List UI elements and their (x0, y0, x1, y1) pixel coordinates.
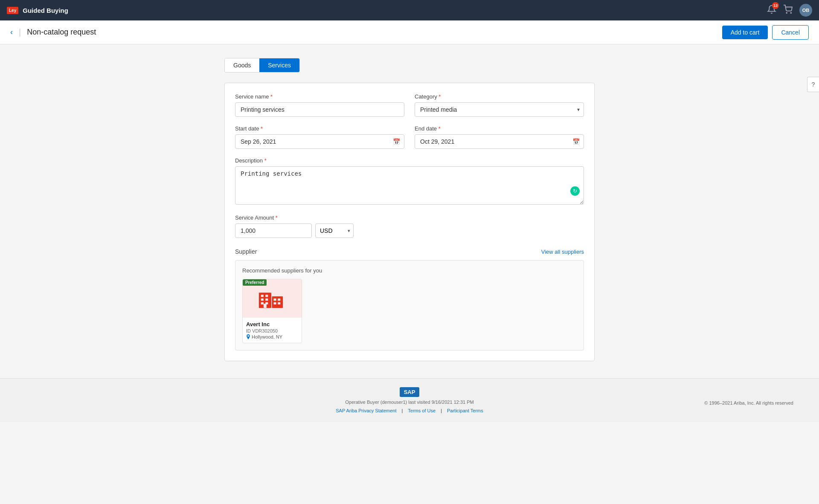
header-right: 13 OB (767, 4, 812, 17)
back-button[interactable]: ‹ (10, 28, 13, 37)
supplier-box: Recommended suppliers for you Preferred (235, 260, 584, 350)
add-to-cart-button[interactable]: Add to cart (722, 26, 768, 39)
currency-wrapper: USD EUR GBP ▾ (315, 223, 354, 238)
category-select-wrapper: Printed media Digital media Office suppl… (415, 102, 584, 117)
recommended-suppliers-label: Recommended suppliers for you (242, 267, 577, 274)
form-row-1: Service name Category Printed media Digi… (235, 93, 584, 117)
supplier-header: Supplier View all suppliers (235, 248, 584, 255)
page-header: ‹ | Non-catalog request Add to cart Canc… (0, 20, 819, 44)
location-icon (246, 334, 250, 339)
form-row-2: Start date 📅 End date 📅 (235, 125, 584, 149)
description-textarea[interactable]: Printing services (235, 166, 584, 205)
supplier-label: Supplier (235, 248, 257, 255)
participant-terms-link[interactable]: Participant Terms (447, 408, 483, 413)
currency-select[interactable]: USD EUR GBP (315, 223, 354, 238)
supplier-building-icon (257, 286, 287, 311)
app-header: Ley Guided Buying 13 OB (0, 0, 819, 20)
start-date-wrapper: 📅 (235, 134, 404, 149)
supplier-location: Hollywood, NY (246, 334, 298, 339)
supplier-info: Avert Inc ID VDR302050 Hollywood, NY (243, 318, 302, 343)
svg-rect-7 (265, 295, 268, 297)
footer-operative-text: Operative Buyer (demouser1) last visited… (9, 400, 810, 405)
notification-bell-icon[interactable]: 13 (767, 5, 776, 16)
footer-links: SAP Ariba Privacy Statement | Terms of U… (9, 408, 810, 413)
category-group: Category Printed media Digital media Off… (415, 93, 584, 117)
svg-rect-14 (274, 302, 276, 304)
terms-link[interactable]: Terms of Use (408, 408, 436, 413)
end-date-input[interactable] (415, 134, 584, 149)
tab-goods[interactable]: Goods (225, 58, 259, 72)
category-select[interactable]: Printed media Digital media Office suppl… (415, 102, 584, 117)
svg-point-1 (790, 12, 791, 13)
amount-input[interactable] (235, 223, 312, 238)
description-group: Description Printing services ↻ (235, 157, 584, 206)
page-title: Non-catalog request (27, 28, 96, 37)
svg-point-0 (786, 12, 787, 13)
page-header-right: Add to cart Cancel (722, 25, 809, 40)
description-refresh-icon[interactable]: ↻ (570, 186, 580, 196)
start-date-input[interactable] (235, 134, 404, 149)
end-date-label: End date (415, 125, 584, 132)
svg-rect-12 (274, 298, 276, 301)
header-left: Ley Guided Buying (7, 7, 68, 14)
end-date-group: End date 📅 (415, 125, 584, 149)
category-label: Category (415, 93, 584, 100)
service-name-label: Service name (235, 93, 404, 100)
svg-rect-8 (261, 298, 264, 301)
svg-rect-6 (261, 295, 264, 297)
tab-bar: Goods Services (224, 58, 300, 72)
app-title: Guided Buying (23, 7, 68, 14)
view-all-suppliers-link[interactable]: View all suppliers (541, 249, 584, 255)
svg-rect-13 (278, 298, 280, 301)
supplier-id: ID VDR302050 (246, 328, 298, 333)
supplier-card[interactable]: Preferred (242, 279, 302, 343)
start-date-group: Start date 📅 (235, 125, 404, 149)
service-amount-group: Service Amount USD EUR GBP ▾ (235, 214, 584, 238)
notification-count: 13 (772, 2, 779, 9)
service-amount-label: Service Amount (235, 214, 584, 221)
form-card: Service name Category Printed media Digi… (224, 83, 595, 361)
start-date-label: Start date (235, 125, 404, 132)
svg-rect-15 (278, 302, 280, 304)
main-content: Goods Services Service name Category Pri… (218, 58, 601, 361)
service-name-group: Service name (235, 93, 404, 117)
preferred-badge: Preferred (243, 279, 267, 286)
supplier-card-image: Preferred (243, 279, 302, 318)
amount-row: USD EUR GBP ▾ (235, 223, 584, 238)
description-wrapper: Printing services ↻ (235, 166, 584, 206)
app-logo: Ley (7, 7, 18, 14)
footer-sap-logo: SAP (404, 389, 415, 395)
svg-rect-16 (264, 304, 267, 308)
description-label: Description (235, 157, 584, 164)
privacy-link[interactable]: SAP Ariba Privacy Statement (336, 408, 396, 413)
end-date-wrapper: 📅 (415, 134, 584, 149)
tab-services[interactable]: Services (259, 58, 299, 72)
footer: SAP Operative Buyer (demouser1) last vis… (0, 378, 819, 422)
svg-rect-9 (265, 298, 268, 301)
svg-rect-10 (261, 302, 264, 304)
footer-copyright: © 1996–2021 Ariba, Inc. All rights reser… (704, 400, 810, 406)
supplier-name: Avert Inc (246, 321, 298, 327)
page-header-left: ‹ | Non-catalog request (10, 27, 96, 37)
avatar[interactable]: OB (799, 4, 812, 17)
svg-rect-3 (272, 297, 283, 308)
help-button[interactable]: ? (807, 77, 819, 92)
cart-icon[interactable] (783, 5, 793, 16)
service-name-input[interactable] (235, 102, 404, 117)
cancel-button[interactable]: Cancel (772, 25, 809, 40)
